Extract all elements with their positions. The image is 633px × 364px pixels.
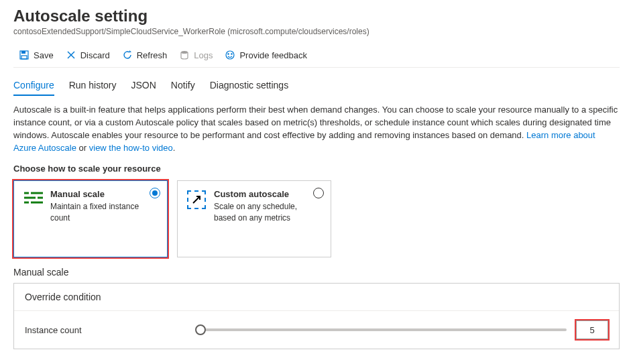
- howto-video-link[interactable]: view the how-to video: [89, 143, 173, 153]
- save-icon: [19, 50, 30, 60]
- svg-point-7: [228, 54, 229, 54]
- svg-point-8: [231, 54, 232, 54]
- choose-scale-label: Choose how to scale your resource: [13, 164, 620, 174]
- tab-configure[interactable]: Configure: [13, 77, 54, 96]
- slider-thumb[interactable]: [195, 324, 206, 335]
- discard-label: Discard: [80, 50, 110, 60]
- logs-button: Logs: [179, 50, 213, 60]
- manual-scale-heading: Manual scale: [13, 267, 620, 278]
- logs-label: Logs: [194, 50, 213, 60]
- refresh-icon: [122, 50, 133, 60]
- custom-autoscale-icon: [187, 189, 207, 209]
- tab-diagnostic[interactable]: Diagnostic settings: [210, 77, 289, 96]
- custom-autoscale-title: Custom autoscale: [214, 189, 310, 199]
- feedback-button[interactable]: Provide feedback: [225, 50, 306, 60]
- instance-count-label: Instance count: [25, 325, 186, 335]
- description-middle: or: [79, 143, 89, 153]
- manual-scale-radio[interactable]: [150, 188, 160, 198]
- page-title: Autoscale setting: [13, 7, 620, 25]
- feedback-label: Provide feedback: [239, 50, 306, 60]
- tab-notify[interactable]: Notify: [171, 77, 195, 96]
- svg-rect-2: [21, 56, 27, 59]
- tab-json[interactable]: JSON: [131, 77, 156, 96]
- refresh-button[interactable]: Refresh: [122, 50, 168, 60]
- custom-autoscale-radio[interactable]: [313, 188, 324, 198]
- instance-count-row: Instance count 5: [14, 311, 619, 349]
- svg-line-15: [193, 196, 200, 203]
- feedback-icon: [225, 50, 235, 60]
- close-icon: [66, 50, 76, 60]
- instance-count-slider[interactable]: [195, 323, 567, 337]
- refresh-label: Refresh: [137, 50, 168, 60]
- override-condition-label: Override condition: [14, 284, 619, 311]
- manual-scale-card[interactable]: Manual scale Maintain a fixed instance c…: [13, 180, 168, 257]
- scale-cards: Manual scale Maintain a fixed instance c…: [13, 180, 620, 257]
- manual-scale-icon: [23, 189, 44, 206]
- custom-autoscale-card[interactable]: Custom autoscale Scale on any schedule, …: [177, 180, 331, 257]
- manual-scale-desc: Maintain a fixed instance count: [50, 201, 147, 224]
- svg-point-6: [226, 51, 234, 59]
- slider-track: [200, 328, 567, 331]
- description-text: Autoscale is a built-in feature that hel…: [13, 104, 620, 154]
- save-label: Save: [34, 50, 54, 60]
- tabs: Configure Run history JSON Notify Diagno…: [13, 77, 620, 96]
- logs-icon: [179, 50, 190, 60]
- description-tail: .: [173, 143, 176, 153]
- tab-run-history[interactable]: Run history: [69, 77, 117, 96]
- manual-scale-panel: Override condition Instance count 5: [13, 283, 620, 349]
- svg-rect-1: [21, 51, 25, 54]
- custom-autoscale-desc: Scale on any schedule, based on any metr…: [214, 201, 310, 224]
- discard-button[interactable]: Discard: [66, 50, 110, 60]
- page-subtitle: contosoExtendedSupport/SimpleCloudServic…: [13, 27, 620, 36]
- toolbar: Save Discard Refresh Logs Provide feedba…: [13, 46, 620, 68]
- svg-point-5: [181, 51, 188, 54]
- instance-count-input[interactable]: 5: [576, 320, 608, 339]
- manual-scale-title: Manual scale: [50, 189, 147, 199]
- save-button[interactable]: Save: [19, 50, 54, 60]
